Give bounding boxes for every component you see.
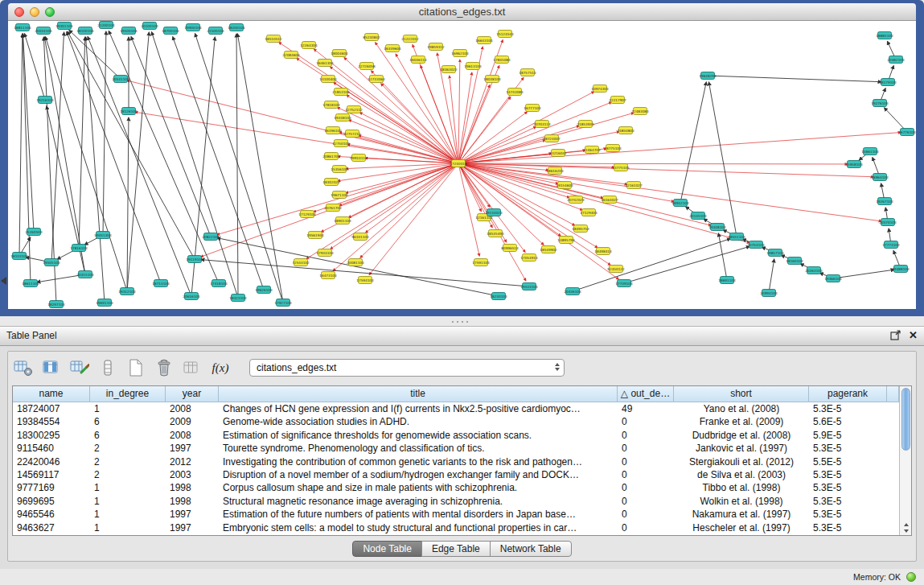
graph-node[interactable]: 12750103 [332, 140, 350, 147]
tab-node-table[interactable]: Node Table [352, 541, 422, 557]
delete-table-button[interactable] [154, 357, 175, 378]
graph-node[interactable]: 18757513 [519, 69, 536, 76]
graph-node[interactable]: 17739103 [615, 280, 633, 287]
graph-node[interactable]: 17818103 [322, 101, 340, 109]
graph-node[interactable]: 20263103 [805, 267, 823, 274]
graph-node[interactable]: 19216103 [36, 97, 54, 104]
graph-node[interactable]: 21222012 [401, 35, 419, 43]
table-options-button[interactable] [13, 357, 34, 378]
graph-node[interactable]: 19276103 [871, 100, 889, 107]
table-row[interactable]: 969969511998Structural magnetic resonanc… [13, 495, 899, 508]
graph-node[interactable]: 17934103 [316, 249, 334, 257]
column-header[interactable]: year [166, 386, 219, 402]
table-row[interactable]: 1938455462009Genome-wide association stu… [13, 415, 899, 428]
graph-node[interactable]: 14661103 [861, 148, 879, 155]
table-row[interactable]: 911546021997Tourette syndrome. Phenomeno… [13, 442, 899, 455]
graph-node[interactable]: 18200104 [228, 24, 245, 31]
graph-node[interactable]: 19348103 [708, 224, 726, 231]
graph-node[interactable]: 18714103 [152, 280, 170, 287]
graph-node[interactable]: 22084603 [282, 51, 300, 59]
graph-node[interactable]: 20742023 [567, 196, 585, 204]
graph-node[interactable]: 12217907 [609, 97, 626, 104]
graph-node[interactable]: 18230103 [490, 293, 507, 300]
graph-node[interactable]: 19267103 [876, 198, 893, 205]
window-titlebar[interactable]: citations_edges.txt [8, 3, 916, 21]
graph-node[interactable]: 13775105 [612, 164, 630, 171]
graph-node[interactable]: 09910113 [350, 154, 368, 162]
minimize-window-button[interactable] [30, 7, 39, 17]
table-row[interactable]: 1830029562008Estimation of significance … [13, 429, 899, 442]
graph-node[interactable]: 20761703 [324, 204, 342, 212]
graph-node[interactable]: 19301104 [55, 23, 73, 30]
graph-node[interactable]: 20994103 [760, 290, 778, 297]
table-row[interactable]: 1456911722003Disruption of a novel membe… [13, 468, 899, 481]
column-header[interactable]: in_degree [90, 386, 166, 402]
collapse-arrow-icon[interactable] [1, 277, 6, 285]
graph-node[interactable]: 20822103 [202, 233, 220, 241]
graph-node[interactable]: 19338103 [334, 114, 351, 122]
scrollbar-thumb[interactable] [901, 388, 910, 451]
graph-node[interactable]: 19312103 [118, 288, 136, 295]
graph-node[interactable]: 18691103 [718, 277, 736, 284]
table-row[interactable]: 946554611997Estimation of the future num… [13, 508, 899, 521]
graph-node[interactable]: 18004604 [331, 50, 348, 57]
close-window-button[interactable] [14, 7, 24, 17]
graph-node[interactable]: 14895793 [557, 237, 575, 244]
graph-node[interactable]: 17927103 [274, 299, 292, 307]
graph-node[interactable]: 20081103 [347, 259, 364, 266]
table-scrollbar[interactable] [899, 386, 911, 535]
graph-node[interactable]: 18100104 [76, 27, 94, 35]
graph-node[interactable]: 18901103 [334, 217, 351, 225]
graph-node[interactable]: 59051303 [94, 232, 112, 239]
graph-node[interactable]: 20482103 [887, 56, 905, 64]
graph-node[interactable]: 17418103 [210, 280, 228, 287]
graph-node[interactable]: 74850803 [617, 127, 634, 134]
graph-node[interactable]: 19613103 [464, 63, 482, 70]
graph-node[interactable]: 15124543 [496, 31, 514, 38]
graph-node[interactable]: 19900104 [184, 24, 202, 31]
table-row[interactable]: 2242004622012Investigating the contribut… [13, 455, 899, 468]
graph-node[interactable]: 18126103 [120, 108, 138, 115]
graph-node[interactable]: 16196103 [324, 127, 342, 134]
graph-node[interactable]: 18724007 [543, 135, 561, 142]
graph-node[interactable]: 19119103 [186, 256, 203, 263]
graph-node[interactable]: 16046113 [409, 56, 427, 64]
graph-node[interactable]: 19691103 [96, 299, 113, 307]
graph-node[interactable]: 14100403 [319, 76, 337, 83]
graph-node[interactable]: 85230842 [363, 34, 380, 41]
graph-node[interactable]: 18535493 [487, 230, 504, 237]
graph-node[interactable]: 18510512 [265, 35, 282, 43]
graph-node[interactable]: 21200104 [97, 22, 115, 29]
graph-node[interactable]: 19857103 [766, 249, 784, 257]
tab-edge-table[interactable]: Edge Table [421, 541, 491, 557]
graph-node[interactable]: 18498413 [594, 248, 612, 255]
graph-node[interactable]: 19533103 [520, 283, 538, 290]
graph-node[interactable]: 20034104 [35, 27, 52, 35]
graph-node[interactable]: 18160103 [786, 257, 803, 265]
graph-node[interactable]: 19500104 [120, 27, 138, 35]
scrollbar-arrows[interactable] [900, 523, 912, 533]
graph-node[interactable]: 19648294 [699, 72, 717, 80]
graph-node[interactable]: 20861703 [322, 153, 340, 160]
graph-node[interactable]: 16643104 [475, 37, 493, 44]
graph-node[interactable]: 17594103 [356, 277, 374, 284]
graph-node[interactable]: 19366103 [824, 275, 842, 282]
graph-node[interactable]: 96101103 [351, 233, 369, 241]
graph-node[interactable]: 16339604 [384, 45, 401, 52]
graph-node[interactable]: 17845083 [493, 56, 511, 64]
column-header[interactable]: short [674, 386, 809, 402]
graph-node[interactable]: 18302023 [322, 179, 340, 186]
graph-node[interactable]: 20570103 [879, 219, 897, 226]
graph-node[interactable]: 20415103 [76, 271, 94, 278]
graph-node[interactable]: 17591103 [472, 259, 490, 266]
graph-node[interactable]: 17054913 [520, 254, 538, 262]
graph-node[interactable]: 16962103 [451, 50, 469, 57]
graph-node[interactable]: 19671103 [331, 192, 348, 199]
new-table-button[interactable] [125, 357, 146, 378]
graph-node[interactable]: 20100104 [141, 23, 158, 30]
table-row[interactable]: 946362711997Embryonic stem cells: a mode… [13, 521, 899, 534]
graph-node[interactable]: 18495753 [572, 225, 589, 233]
graph-node[interactable]: 32161027 [625, 182, 643, 189]
graph-node[interactable]: 20703113 [533, 121, 551, 128]
graph-node[interactable]: 20754103 [747, 241, 765, 249]
